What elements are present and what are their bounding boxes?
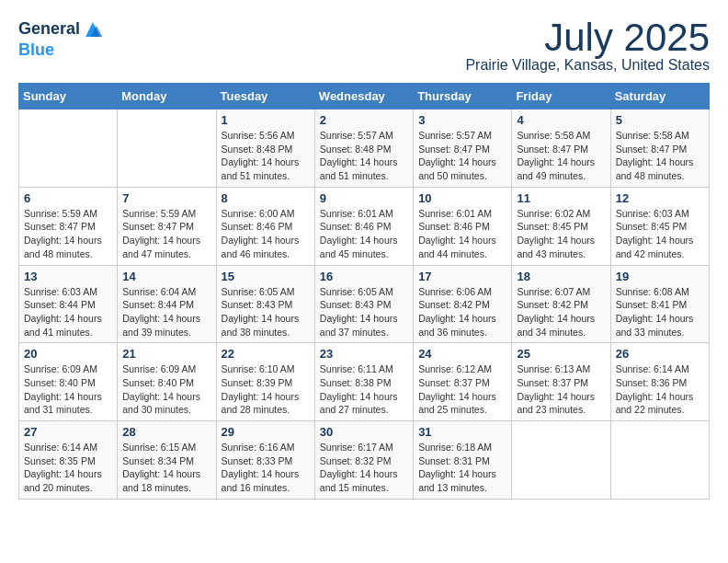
calendar-cell: 14Sunrise: 6:04 AM Sunset: 8:44 PM Dayli… xyxy=(118,265,216,343)
day-number: 29 xyxy=(222,425,310,439)
day-info: Sunrise: 5:56 AM Sunset: 8:48 PM Dayligh… xyxy=(222,129,310,183)
weekday-header: Sunday xyxy=(19,84,118,109)
day-info: Sunrise: 5:58 AM Sunset: 8:47 PM Dayligh… xyxy=(517,129,605,183)
calendar-week-row: 1Sunrise: 5:56 AM Sunset: 8:48 PM Daylig… xyxy=(19,109,710,188)
logo-icon xyxy=(82,18,104,40)
day-info: Sunrise: 6:07 AM Sunset: 8:42 PM Dayligh… xyxy=(517,285,605,339)
calendar-cell: 31Sunrise: 6:18 AM Sunset: 8:31 PM Dayli… xyxy=(414,421,512,500)
calendar-cell: 12Sunrise: 6:03 AM Sunset: 8:45 PM Dayli… xyxy=(610,187,709,265)
day-number: 6 xyxy=(24,191,112,205)
calendar-week-row: 27Sunrise: 6:14 AM Sunset: 8:35 PM Dayli… xyxy=(19,421,710,500)
calendar-cell: 2Sunrise: 5:57 AM Sunset: 8:48 PM Daylig… xyxy=(314,109,413,188)
calendar-cell: 4Sunrise: 5:58 AM Sunset: 8:47 PM Daylig… xyxy=(512,109,610,188)
day-number: 31 xyxy=(418,425,506,439)
day-number: 5 xyxy=(616,113,704,127)
calendar-cell: 5Sunrise: 5:58 AM Sunset: 8:47 PM Daylig… xyxy=(610,109,709,188)
calendar-cell: 19Sunrise: 6:08 AM Sunset: 8:41 PM Dayli… xyxy=(610,265,709,343)
logo-blue-text: Blue xyxy=(18,40,104,61)
day-number: 18 xyxy=(517,270,605,283)
calendar-cell: 24Sunrise: 6:12 AM Sunset: 8:37 PM Dayli… xyxy=(414,343,512,421)
page-header: General Blue July 2025 Prairie Village, … xyxy=(18,18,710,74)
day-number: 26 xyxy=(616,347,704,361)
day-number: 8 xyxy=(222,191,310,205)
day-info: Sunrise: 6:14 AM Sunset: 8:35 PM Dayligh… xyxy=(24,441,112,495)
weekday-header: Thursday xyxy=(414,84,512,109)
calendar-cell: 16Sunrise: 6:05 AM Sunset: 8:43 PM Dayli… xyxy=(314,265,413,343)
day-info: Sunrise: 6:08 AM Sunset: 8:41 PM Dayligh… xyxy=(616,285,704,339)
title-block: July 2025 Prairie Village, Kansas, Unite… xyxy=(465,18,710,74)
calendar-cell: 3Sunrise: 5:57 AM Sunset: 8:47 PM Daylig… xyxy=(414,109,512,188)
calendar-cell: 30Sunrise: 6:17 AM Sunset: 8:32 PM Dayli… xyxy=(314,421,413,500)
day-number: 12 xyxy=(616,191,704,205)
calendar-cell: 27Sunrise: 6:14 AM Sunset: 8:35 PM Dayli… xyxy=(19,421,118,500)
calendar-cell xyxy=(118,109,216,188)
day-number: 22 xyxy=(222,347,310,361)
calendar-cell xyxy=(19,109,118,188)
calendar-cell: 8Sunrise: 6:00 AM Sunset: 8:46 PM Daylig… xyxy=(216,187,314,265)
day-info: Sunrise: 6:15 AM Sunset: 8:34 PM Dayligh… xyxy=(122,441,210,495)
calendar-cell: 28Sunrise: 6:15 AM Sunset: 8:34 PM Dayli… xyxy=(118,421,216,500)
day-number: 15 xyxy=(222,270,310,283)
day-info: Sunrise: 5:57 AM Sunset: 8:47 PM Dayligh… xyxy=(418,129,506,183)
day-info: Sunrise: 6:06 AM Sunset: 8:42 PM Dayligh… xyxy=(418,285,506,339)
calendar-cell: 1Sunrise: 5:56 AM Sunset: 8:48 PM Daylig… xyxy=(216,109,314,188)
day-number: 14 xyxy=(122,270,210,283)
day-number: 21 xyxy=(122,347,210,361)
day-info: Sunrise: 6:14 AM Sunset: 8:36 PM Dayligh… xyxy=(616,362,704,417)
calendar-cell: 29Sunrise: 6:16 AM Sunset: 8:33 PM Dayli… xyxy=(216,421,314,500)
day-number: 28 xyxy=(122,425,210,439)
day-number: 11 xyxy=(517,191,605,205)
day-info: Sunrise: 6:09 AM Sunset: 8:40 PM Dayligh… xyxy=(24,362,112,417)
calendar-cell xyxy=(512,421,610,500)
day-number: 3 xyxy=(418,113,506,127)
day-number: 16 xyxy=(320,270,408,283)
day-info: Sunrise: 5:58 AM Sunset: 8:47 PM Dayligh… xyxy=(616,129,704,183)
calendar-week-row: 13Sunrise: 6:03 AM Sunset: 8:44 PM Dayli… xyxy=(19,265,710,343)
day-info: Sunrise: 6:10 AM Sunset: 8:39 PM Dayligh… xyxy=(222,362,310,417)
calendar-cell: 9Sunrise: 6:01 AM Sunset: 8:46 PM Daylig… xyxy=(314,187,413,265)
day-info: Sunrise: 6:17 AM Sunset: 8:32 PM Dayligh… xyxy=(320,441,408,495)
month-title: July 2025 xyxy=(465,18,710,57)
calendar-cell: 20Sunrise: 6:09 AM Sunset: 8:40 PM Dayli… xyxy=(19,343,118,421)
day-info: Sunrise: 6:12 AM Sunset: 8:37 PM Dayligh… xyxy=(418,362,506,417)
weekday-header-row: SundayMondayTuesdayWednesdayThursdayFrid… xyxy=(19,84,710,109)
calendar-cell: 25Sunrise: 6:13 AM Sunset: 8:37 PM Dayli… xyxy=(512,343,610,421)
calendar-cell: 26Sunrise: 6:14 AM Sunset: 8:36 PM Dayli… xyxy=(610,343,709,421)
day-number: 30 xyxy=(320,425,408,439)
day-info: Sunrise: 6:01 AM Sunset: 8:46 PM Dayligh… xyxy=(418,207,506,261)
day-info: Sunrise: 6:09 AM Sunset: 8:40 PM Dayligh… xyxy=(122,362,210,417)
day-info: Sunrise: 6:01 AM Sunset: 8:46 PM Dayligh… xyxy=(320,207,408,261)
calendar-cell: 15Sunrise: 6:05 AM Sunset: 8:43 PM Dayli… xyxy=(216,265,314,343)
day-info: Sunrise: 6:13 AM Sunset: 8:37 PM Dayligh… xyxy=(517,362,605,417)
calendar-cell: 23Sunrise: 6:11 AM Sunset: 8:38 PM Dayli… xyxy=(314,343,413,421)
calendar-cell: 11Sunrise: 6:02 AM Sunset: 8:45 PM Dayli… xyxy=(512,187,610,265)
day-info: Sunrise: 5:59 AM Sunset: 8:47 PM Dayligh… xyxy=(24,207,112,261)
day-number: 2 xyxy=(320,113,408,127)
weekday-header: Monday xyxy=(118,84,216,109)
day-info: Sunrise: 6:11 AM Sunset: 8:38 PM Dayligh… xyxy=(320,362,408,417)
calendar-cell: 18Sunrise: 6:07 AM Sunset: 8:42 PM Dayli… xyxy=(512,265,610,343)
day-number: 10 xyxy=(418,191,506,205)
day-info: Sunrise: 6:03 AM Sunset: 8:45 PM Dayligh… xyxy=(616,207,704,261)
calendar-cell: 13Sunrise: 6:03 AM Sunset: 8:44 PM Dayli… xyxy=(19,265,118,343)
day-info: Sunrise: 6:04 AM Sunset: 8:44 PM Dayligh… xyxy=(122,285,210,339)
calendar-cell: 7Sunrise: 5:59 AM Sunset: 8:47 PM Daylig… xyxy=(118,187,216,265)
calendar-cell: 21Sunrise: 6:09 AM Sunset: 8:40 PM Dayli… xyxy=(118,343,216,421)
day-number: 25 xyxy=(517,347,605,361)
day-number: 17 xyxy=(418,270,506,283)
calendar-cell: 10Sunrise: 6:01 AM Sunset: 8:46 PM Dayli… xyxy=(414,187,512,265)
calendar-cell: 17Sunrise: 6:06 AM Sunset: 8:42 PM Dayli… xyxy=(414,265,512,343)
day-number: 27 xyxy=(24,425,112,439)
calendar-cell: 22Sunrise: 6:10 AM Sunset: 8:39 PM Dayli… xyxy=(216,343,314,421)
day-info: Sunrise: 6:05 AM Sunset: 8:43 PM Dayligh… xyxy=(320,285,408,339)
day-number: 24 xyxy=(418,347,506,361)
calendar-cell: 6Sunrise: 5:59 AM Sunset: 8:47 PM Daylig… xyxy=(19,187,118,265)
weekday-header: Friday xyxy=(512,84,610,109)
logo: General Blue xyxy=(18,18,104,61)
calendar-table: SundayMondayTuesdayWednesdayThursdayFrid… xyxy=(18,83,710,500)
weekday-header: Saturday xyxy=(610,84,709,109)
day-number: 4 xyxy=(517,113,605,127)
logo-text: General xyxy=(18,19,80,40)
day-number: 13 xyxy=(24,270,112,283)
day-number: 23 xyxy=(320,347,408,361)
